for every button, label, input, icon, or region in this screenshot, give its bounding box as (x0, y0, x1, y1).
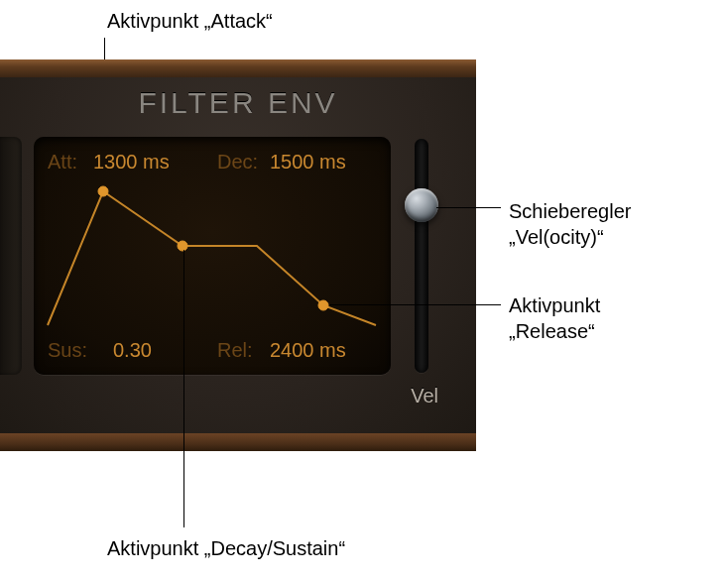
wood-trim-bottom (0, 433, 476, 451)
filter-env-panel: FILTER ENV Att: 1300 ms Dec: 1500 ms Sus… (0, 59, 476, 451)
callout-decay-sustain-label: Aktivpunkt „Decay/Sustain“ (107, 535, 345, 561)
attack-value[interactable]: 1300 ms (93, 151, 170, 173)
callout-release-line2: „Release“ (509, 318, 595, 344)
callout-release-line (329, 304, 501, 305)
sustain-value[interactable]: 0.30 (113, 339, 152, 361)
callout-velocity-line2: „Vel(ocity)“ (509, 224, 604, 250)
release-node[interactable] (318, 300, 328, 310)
sustain-label: Sus: (48, 339, 87, 361)
velocity-slider-track (415, 139, 428, 373)
release-value[interactable]: 2400 ms (270, 339, 346, 361)
callout-release-line1: Aktivpunkt (509, 292, 600, 318)
decay-value[interactable]: 1500 ms (270, 151, 346, 173)
velocity-slider-thumb[interactable] (405, 188, 438, 222)
velocity-slider[interactable] (407, 139, 436, 373)
callout-velocity-line (436, 207, 501, 208)
wood-trim-top (0, 59, 476, 77)
callout-velocity-line1: Schieberegler (509, 198, 631, 224)
panel-title: FILTER ENV (0, 86, 476, 120)
attack-node[interactable] (98, 186, 108, 196)
decay-label: Dec: (217, 151, 258, 173)
panel-inner: FILTER ENV Att: 1300 ms Dec: 1500 ms Sus… (0, 77, 476, 433)
attack-label: Att: (48, 151, 77, 173)
left-edge-control (0, 137, 22, 375)
envelope-graph-svg: Att: 1300 ms Dec: 1500 ms Sus: 0.30 Rel:… (34, 137, 391, 375)
decay-sustain-node[interactable] (178, 241, 187, 251)
release-label: Rel: (217, 339, 253, 361)
velocity-label: Vel (411, 385, 438, 407)
callout-attack-label: Aktivpunkt „Attack“ (107, 8, 273, 34)
callout-decay-sustain-line (183, 250, 184, 527)
envelope-display[interactable]: Att: 1300 ms Dec: 1500 ms Sus: 0.30 Rel:… (34, 137, 391, 375)
